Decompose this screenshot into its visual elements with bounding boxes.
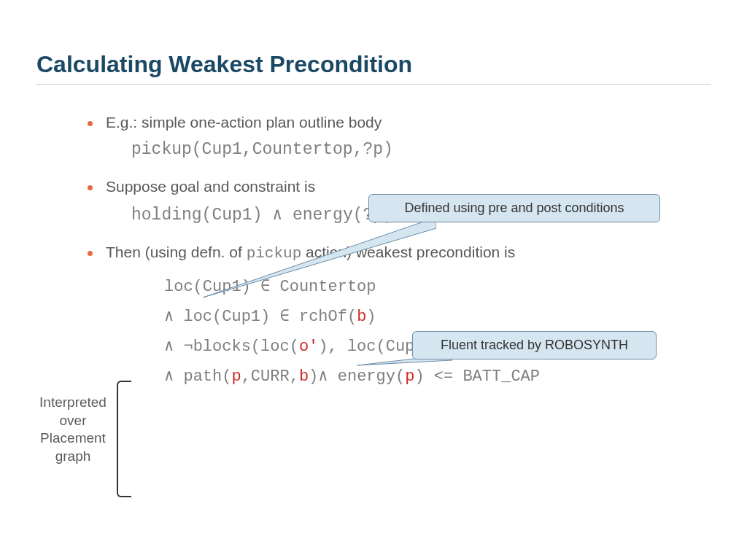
wp4-c: ,CURR, <box>241 368 299 386</box>
curly-bracket-icon <box>117 381 130 497</box>
wp2-b: rchOf( <box>290 308 357 326</box>
code-pickup: pickup(Cup1,Countertop,?p) <box>131 140 711 159</box>
bullet-2: Suppose goal and constraint is <box>88 178 711 195</box>
bullet-2-text: Suppose goal and constraint is <box>106 178 315 195</box>
svg-marker-0 <box>203 217 436 298</box>
wedge-symbol: ∧ <box>164 338 174 356</box>
callout-fluent: Fluent tracked by ROBOSYNTH <box>412 331 657 359</box>
wp2-d: ) <box>366 308 376 326</box>
wp-line-4: ∧ path(p,CURR,b)∧ energy(p) <= BATT_CAP <box>164 366 711 386</box>
wp2-a: loc(Cup1) <box>174 308 279 326</box>
side-l4: graph <box>29 448 117 466</box>
bullet-1: E.g.: simple one-action plan outline bod… <box>88 114 711 131</box>
wp4-h: ) <= BATT_CAP <box>414 368 540 386</box>
slide: Calculating Weakest Precondition E.g.: s… <box>0 0 747 560</box>
wp4-a: path( <box>174 368 231 386</box>
in-symbol: ∈ <box>279 308 289 326</box>
wp4-f: energy( <box>328 368 406 386</box>
wedge-symbol: ∧ <box>164 308 174 326</box>
slide-title: Calculating Weakest Precondition <box>36 51 711 78</box>
wp4-d: b <box>299 368 309 386</box>
side-l1: Interpreted <box>29 394 117 412</box>
wedge-symbol: ∧ <box>164 368 174 386</box>
wp3-b: o' <box>299 338 318 356</box>
bullet-dot-icon <box>88 251 93 256</box>
wp4-b: p <box>231 368 241 386</box>
wp3-a: ¬blocks(loc( <box>174 338 299 356</box>
wp2-c: b <box>357 308 366 326</box>
callout-1-tail <box>203 217 436 298</box>
side-l2: over <box>29 412 117 430</box>
bullet-dot-icon <box>88 121 93 126</box>
wp4-e: ) <box>309 368 318 386</box>
wp4-g: p <box>405 368 414 386</box>
bullet-1-text: E.g.: simple one-action plan outline bod… <box>106 114 382 131</box>
side-label: Interpreted over Placement graph <box>29 394 117 466</box>
bullet-dot-icon <box>88 185 93 190</box>
wp-line-2: ∧ loc(Cup1) ∈ rchOf(b) <box>164 306 711 326</box>
side-l3: Placement <box>29 429 117 448</box>
callout-pre-post: Defined using pre and post conditions <box>368 194 660 222</box>
wedge-symbol: ∧ <box>318 368 328 386</box>
title-underline <box>36 84 711 85</box>
